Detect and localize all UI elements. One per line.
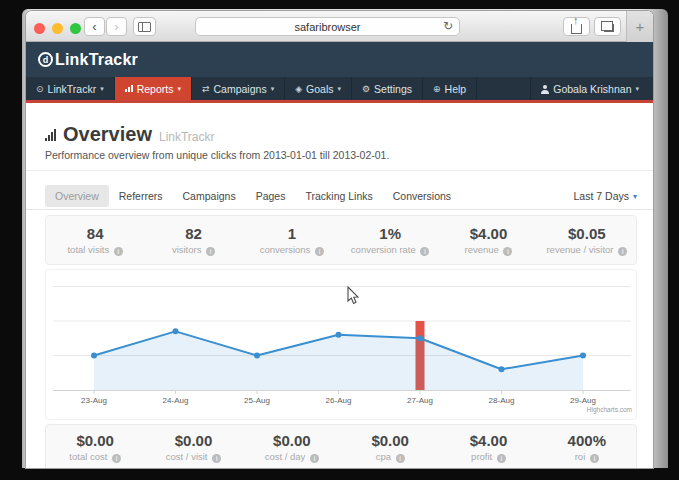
stat-label: visitors <box>172 244 202 255</box>
stat-label: revenue <box>464 244 498 255</box>
info-icon[interactable]: i <box>420 247 429 256</box>
tab-referrers[interactable]: Referrers <box>109 185 173 207</box>
plus-icon: + <box>636 18 645 35</box>
info-icon[interactable]: i <box>497 454 506 463</box>
stat-cost-visit: $0.00 cost / visit i <box>144 432 242 463</box>
user-name: Gobala Krishnan <box>553 83 631 95</box>
info-icon[interactable]: i <box>315 247 324 256</box>
title-block: Overview LinkTrackr Performance overview… <box>26 103 653 161</box>
address-text: safaribrowser <box>294 21 360 33</box>
info-icon[interactable]: i <box>590 454 599 463</box>
tab-overview[interactable]: Overview <box>45 185 109 207</box>
main-navigation: ⊙ LinkTrackr ▾ Reports ▾ ⇄ Campaigns ▾ ◈… <box>26 77 653 100</box>
page-title-suffix: LinkTrackr <box>159 130 215 144</box>
nav-label: Goals <box>306 83 333 95</box>
chevron-down-icon: ▾ <box>177 85 181 93</box>
report-tabs: Overview Referrers Campaigns Pages Track… <box>26 171 653 210</box>
nav-spacer <box>477 77 530 100</box>
info-icon[interactable]: i <box>212 454 221 463</box>
share-icon <box>571 24 582 34</box>
linktrackr-logo[interactable]: d LinkTrackr <box>38 51 138 69</box>
info-icon[interactable]: i <box>618 247 627 256</box>
stat-cpa: $0.00 cpa i <box>341 432 439 463</box>
nav-item-campaigns[interactable]: ⇄ Campaigns ▾ <box>192 77 285 100</box>
info-icon[interactable]: i <box>310 454 319 463</box>
stat-label: conversion rate <box>351 244 416 255</box>
svg-text:27-Aug: 27-Aug <box>407 396 433 405</box>
stat-value: 84 <box>46 225 144 242</box>
tabs-overview-icon <box>604 24 614 32</box>
stat-revenue: $4.00 revenue i <box>439 225 537 256</box>
svg-text:26-Aug: 26-Aug <box>326 396 352 405</box>
info-icon[interactable]: i <box>396 454 405 463</box>
stat-conversions: 1 conversions i <box>243 225 341 256</box>
info-icon[interactable]: i <box>503 247 512 256</box>
info-icon[interactable]: i <box>114 247 123 256</box>
stat-value: $0.00 <box>144 432 242 449</box>
stat-label: total visits <box>67 244 109 255</box>
stat-label: cost / visit <box>166 451 208 462</box>
info-icon[interactable]: i <box>112 454 121 463</box>
page-subtitle: Performance overview from unique clicks … <box>45 149 653 161</box>
info-icon[interactable]: i <box>206 247 215 256</box>
stat-value: 1 <box>243 225 341 242</box>
tab-pages[interactable]: Pages <box>246 185 296 207</box>
wrench-icon: ⚙ <box>362 84 370 94</box>
nav-label: Campaigns <box>214 83 267 95</box>
site-header: d LinkTrackr <box>26 42 653 77</box>
chevron-down-icon: ▾ <box>635 85 639 93</box>
user-menu[interactable]: Gobala Krishnan ▾ <box>530 77 653 100</box>
forward-button[interactable]: › <box>106 17 127 36</box>
svg-text:24-Aug: 24-Aug <box>163 396 189 405</box>
goals-icon: ◈ <box>295 84 302 94</box>
back-icon: ‹ <box>92 20 96 33</box>
page-content: Overview LinkTrackr Performance overview… <box>26 103 653 468</box>
reload-icon[interactable]: ↻ <box>443 19 453 33</box>
nav-label: LinkTrackr <box>48 83 97 95</box>
stat-label: profit <box>471 451 492 462</box>
stat-value: $0.00 <box>341 432 439 449</box>
linktrackr-logo-icon: d <box>38 52 53 67</box>
stat-value: $0.00 <box>46 432 144 449</box>
tab-campaigns[interactable]: Campaigns <box>173 185 246 207</box>
nav-item-settings[interactable]: ⚙ Settings <box>352 77 423 100</box>
stat-label: conversions <box>260 244 311 255</box>
minimize-window-button[interactable] <box>52 23 63 34</box>
address-bar[interactable]: safaribrowser ↻ <box>195 17 460 36</box>
user-icon <box>541 85 549 93</box>
stat-value: $4.00 <box>439 432 537 449</box>
svg-text:25-Aug: 25-Aug <box>244 396 270 405</box>
sidebar-button[interactable] <box>133 17 156 36</box>
new-tab-button[interactable]: + <box>626 11 653 42</box>
nav-item-help[interactable]: ⊕ Help <box>423 77 477 100</box>
stat-label: roi <box>575 451 586 462</box>
stat-visitors: 82 visitors i <box>144 225 242 256</box>
stat-value: 400% <box>538 432 636 449</box>
date-range-selector[interactable]: Last 7 Days ▾ <box>574 190 637 202</box>
tab-conversions[interactable]: Conversions <box>383 185 461 207</box>
back-button[interactable]: ‹ <box>84 17 105 36</box>
stat-value: 82 <box>144 225 242 242</box>
stat-label: cost / day <box>265 451 306 462</box>
nav-item-goals[interactable]: ◈ Goals ▾ <box>285 77 352 100</box>
tab-tracking-links[interactable]: Tracking Links <box>295 185 382 207</box>
shuffle-icon: ⇄ <box>202 84 210 94</box>
stat-total-visits: 84 total visits i <box>46 225 144 256</box>
share-button[interactable] <box>563 17 590 36</box>
overview-chart-icon <box>45 129 56 141</box>
nav-item-reports[interactable]: Reports ▾ <box>115 77 192 100</box>
visits-chart[interactable]: 23-Aug24-Aug25-Aug26-Aug27-Aug28-Aug29-A… <box>45 269 637 420</box>
line-chart: 23-Aug24-Aug25-Aug26-Aug27-Aug28-Aug29-A… <box>46 270 638 421</box>
stat-label: revenue / visitor <box>546 244 613 255</box>
stat-roi: 400% roi i <box>538 432 636 463</box>
page-title: Overview <box>63 123 152 146</box>
bar-chart-icon <box>125 85 133 92</box>
stat-value: $4.00 <box>439 225 537 242</box>
svg-text:Highcharts.com: Highcharts.com <box>587 406 632 414</box>
zoom-window-button[interactable] <box>70 23 81 34</box>
date-range-label: Last 7 Days <box>574 190 629 202</box>
close-window-button[interactable] <box>34 23 45 34</box>
stat-label: total cost <box>69 451 107 462</box>
nav-item-linktrackr[interactable]: ⊙ LinkTrackr ▾ <box>26 77 115 100</box>
show-tabs-button[interactable] <box>594 17 621 36</box>
